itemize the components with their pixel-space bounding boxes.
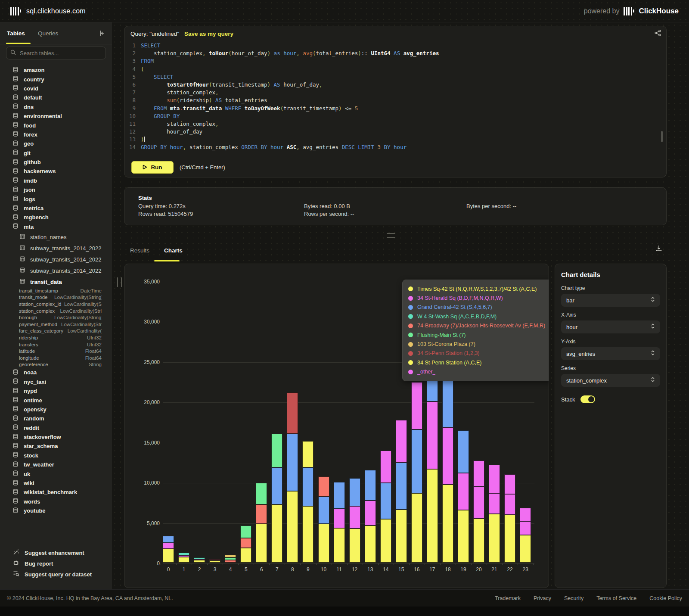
bar-segment-blue[interactable] [458,430,469,473]
bar-segment-magenta[interactable] [504,474,515,494]
sidebar-item-logs[interactable]: logs [0,194,112,203]
bar-segment-yellow[interactable] [302,441,313,468]
sidebar-item-amazon[interactable]: amazon [0,65,112,75]
legend-item[interactable]: Grand Central-42 St (S,4,5,6,7) [408,303,548,312]
footer-link-terms-of-service[interactable]: Terms of Service [596,595,636,601]
bar-segment-blue[interactable] [334,482,345,509]
bar-segment-salmon[interactable] [318,476,329,497]
bar-segment-magenta[interactable] [458,473,469,510]
bar-segment-magenta[interactable] [334,509,345,528]
bar-segment-magenta[interactable] [427,401,438,469]
sidebar-item-environmental[interactable]: environmental [0,112,112,121]
sidebar-item-metrica[interactable]: metrica [0,204,112,213]
sidebar-item-star_schema[interactable]: star_schema [0,442,112,451]
bar-segment-yellow[interactable] [396,510,407,563]
sidebar-item-geo[interactable]: geo [0,139,112,148]
tab-queries[interactable]: Queries [38,30,58,37]
select-chart-type[interactable]: bar [561,294,660,307]
legend-item[interactable]: 74-Broadway (7)/Jackson Hts-Roosevelt Av… [408,321,548,330]
bar-segment-magenta[interactable] [504,494,515,515]
sidebar-item-json[interactable]: json [0,185,112,194]
vertical-resize-handle[interactable] [117,277,122,287]
bar-segment-yellow[interactable] [302,506,313,563]
footer-link-trademark[interactable]: Trademark [495,595,521,601]
sidebar-item-mgbench[interactable]: mgbench [0,213,112,222]
bar-segment-yellow[interactable] [163,549,174,563]
bar-segment-salmon[interactable] [240,538,251,548]
sidebar-item-github[interactable]: github [0,158,112,167]
save-query-link[interactable]: Save as my query [184,31,233,37]
sidebar-item-forex[interactable]: forex [0,130,112,139]
bar-segment-yellow[interactable] [473,519,484,563]
sidebar-item-noaa[interactable]: noaa [0,368,112,377]
sidebar-item-nyc_taxi[interactable]: nyc_taxi [0,377,112,386]
select-y-axis[interactable]: avg_entries [561,347,660,360]
sidebar-collapse-icon[interactable] [99,30,105,38]
bar-segment-magenta[interactable] [349,506,360,529]
sidebar-item-opensky[interactable]: opensky [0,405,112,414]
tab-results[interactable]: Results [127,246,152,258]
bar-segment-yellow[interactable] [194,560,205,563]
bar-segment-yellow[interactable] [380,519,391,563]
download-icon[interactable] [655,245,662,253]
bar-segment-yellow[interactable] [256,524,267,563]
bar-segment-yellow[interactable] [365,526,376,563]
bar-segment-magenta[interactable] [396,420,407,463]
bar-segment-green[interactable] [256,483,267,504]
bar-segment-yellow[interactable] [287,491,298,563]
editor-scrollbar-thumb[interactable] [661,131,663,142]
sidebar-item-random[interactable]: random [0,414,112,423]
legend-item[interactable]: Flushing-Main St (7) [408,330,548,339]
share-icon[interactable] [655,30,661,38]
sidebar-item-stock[interactable]: stock [0,451,112,460]
sidebar-item-tw_weather[interactable]: tw_weather [0,460,112,469]
bar-segment-yellow[interactable] [209,560,220,563]
bar-segment-blue[interactable] [163,536,174,543]
stack-toggle[interactable] [580,395,595,403]
legend-item[interactable]: _other_ [408,367,548,376]
bar-segment-magenta[interactable] [411,382,422,429]
bar-segment-magenta[interactable] [520,521,531,535]
bar-segment-magenta[interactable] [365,501,376,526]
table-item-subway_transits_2014_2022[interactable]: subway_transits_2014_2022 [0,254,112,265]
search-input[interactable] [19,50,102,57]
sidebar-item-uk[interactable]: uk [0,469,112,478]
bar-segment-yellow[interactable] [489,514,500,563]
legend-item[interactable]: 34 St-Penn Station (1,2,3) [408,349,548,358]
bar-segment-blue[interactable] [411,429,422,493]
sidebar-item-nypd[interactable]: nypd [0,386,112,395]
footer-link-privacy[interactable]: Privacy [534,595,551,601]
bar-segment-magenta[interactable] [163,543,174,549]
legend-item[interactable]: 103 St-Corona Plaza (7) [408,339,548,348]
sidebar-item-words[interactable]: words [0,497,112,506]
table-item-subway_transits_2014_2022[interactable]: subway_transits_2014_2022 [0,265,112,276]
bar-segment-blue[interactable] [365,470,376,501]
bar-segment-yellow[interactable] [240,548,251,563]
bar-segment-blue[interactable] [287,434,298,491]
bar-segment-yellow[interactable] [442,485,453,563]
select-x-axis[interactable]: hour [561,320,660,333]
bar-segment-yellow[interactable] [178,557,189,563]
sidebar-item-wiki[interactable]: wiki [0,479,112,488]
sidebar-item-stackoverflow[interactable]: stackoverflow [0,432,112,442]
bar-segment-magenta[interactable] [380,451,391,483]
sidebar-item-git[interactable]: git [0,149,112,158]
bar-segment-blue[interactable] [318,497,329,524]
select-series[interactable]: station_complex [561,374,660,387]
sidebar-link-suggest-enhancement[interactable]: Suggest enhancement [0,548,112,558]
bar-segment-salmon[interactable] [225,560,236,563]
bar-segment-blue[interactable] [349,478,360,506]
bar-segment-yellow[interactable] [427,469,438,563]
sidebar-link-bug-report[interactable]: Bug report [0,558,112,569]
bar-segment-magenta[interactable] [489,465,500,494]
sql-editor[interactable]: 1SELECT2 station_complex, toHour(hour_of… [124,42,666,152]
search-box[interactable] [6,47,106,59]
legend-item[interactable]: Times Sq-42 St (N,Q,R,W,S,1,2,3,7)/42 St… [408,284,548,293]
bar-segment-red[interactable] [287,392,298,433]
bar-segment-magenta[interactable] [489,493,500,513]
table-item-transit_data[interactable]: transit_data [0,276,112,287]
bar-segment-green[interactable] [240,526,251,538]
bar-segment-yellow[interactable] [271,504,282,563]
table-item-station_names[interactable]: station_names [0,231,112,243]
sidebar-item-food[interactable]: food [0,121,112,130]
